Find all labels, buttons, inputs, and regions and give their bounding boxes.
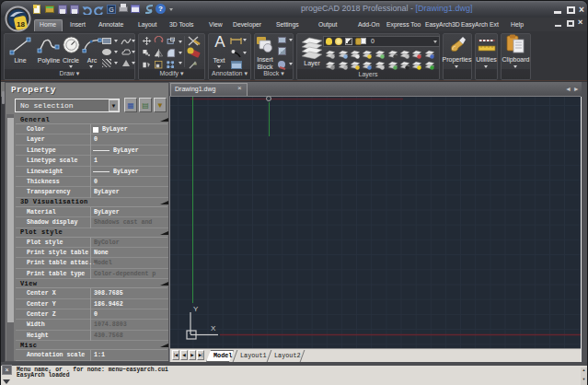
- svg-text:X: X: [211, 324, 216, 332]
- svg-text:Y: Y: [193, 305, 199, 313]
- svg-text:18: 18: [17, 20, 25, 29]
- svg-text:si: si: [193, 61, 197, 66]
